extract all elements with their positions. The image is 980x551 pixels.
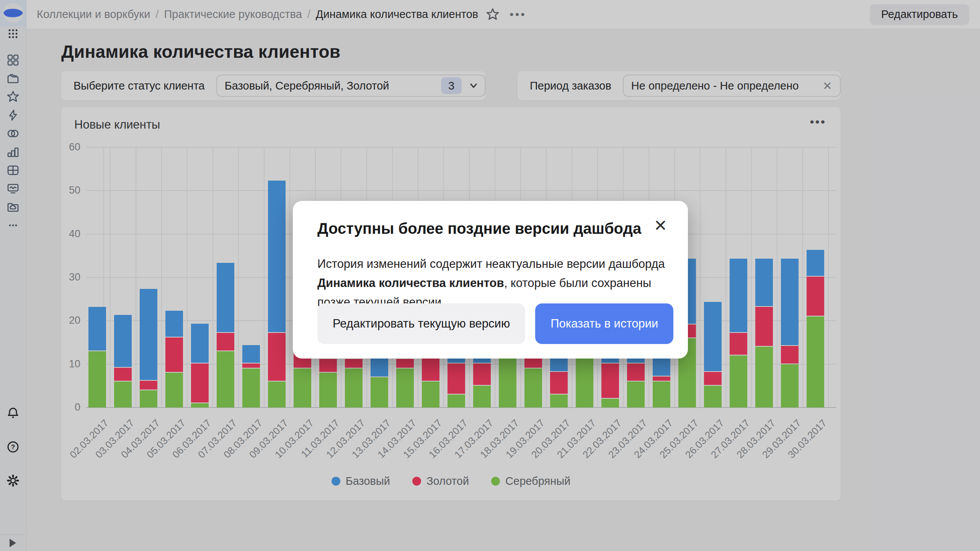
modal-title: Доступны более поздние версии дашбода <box>317 220 641 237</box>
close-icon[interactable]: ✕ <box>654 218 667 234</box>
newer-versions-modal: Доступны более поздние версии дашбода ✕ … <box>293 201 688 359</box>
modal-body-bold: Динамика количества клиентов <box>317 276 504 290</box>
modal-actions: Редактировать текущую версию Показать в … <box>317 303 673 344</box>
edit-current-version-button[interactable]: Редактировать текущую версию <box>317 303 525 344</box>
show-in-history-button[interactable]: Показать в истории <box>535 303 673 344</box>
